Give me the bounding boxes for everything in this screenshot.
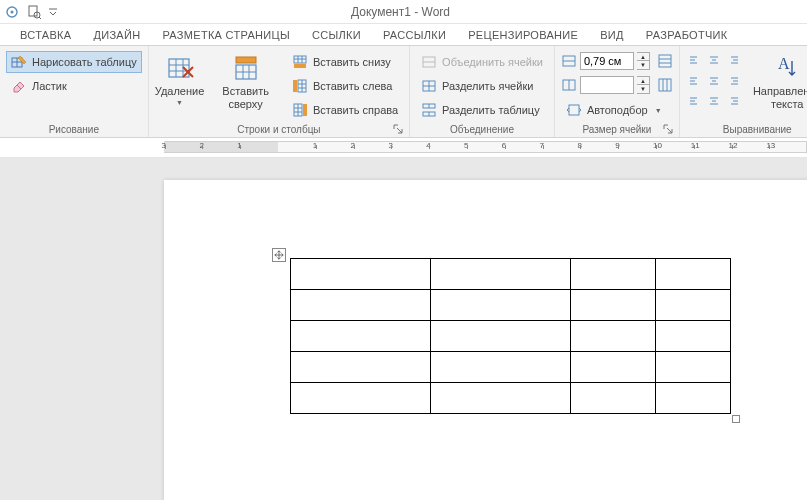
- split-cells-label: Разделить ячейки: [442, 80, 533, 92]
- svg-rect-36: [303, 104, 307, 116]
- table-cell[interactable]: [291, 290, 431, 321]
- table-cell[interactable]: [431, 383, 571, 414]
- dialog-launcher-icon[interactable]: [393, 124, 403, 134]
- table-cell[interactable]: [431, 321, 571, 352]
- svg-rect-26: [294, 64, 306, 68]
- text-direction-label: Направление текста: [753, 85, 807, 110]
- insert-left-label: Вставить слева: [313, 80, 393, 92]
- table-cell[interactable]: [431, 290, 571, 321]
- table-cell[interactable]: [656, 321, 731, 352]
- tab-design[interactable]: ДИЗАЙН: [91, 27, 142, 45]
- insert-right-icon: [292, 102, 308, 118]
- table-cell[interactable]: [431, 352, 571, 383]
- tab-mailings[interactable]: РАССЫЛКИ: [381, 27, 448, 45]
- table-cell[interactable]: [291, 321, 431, 352]
- height-spinner[interactable]: ▲▼: [637, 52, 650, 70]
- group-drawing-label: Рисование: [6, 122, 142, 136]
- tab-insert[interactable]: ВСТАВКА: [18, 27, 73, 45]
- autofit-button[interactable]: Автоподбор ▼: [561, 99, 673, 121]
- table-cell[interactable]: [571, 290, 656, 321]
- document-area: [0, 158, 807, 500]
- document-table[interactable]: [290, 258, 731, 414]
- col-width-input[interactable]: [580, 76, 634, 94]
- table-move-handle[interactable]: [272, 248, 286, 262]
- table-cell[interactable]: [291, 352, 431, 383]
- split-cells-button[interactable]: Разделить ячейки: [416, 75, 548, 97]
- align-bot-left[interactable]: [686, 90, 704, 108]
- align-mid-right[interactable]: [724, 71, 742, 89]
- table-cell[interactable]: [656, 383, 731, 414]
- split-cells-icon: [421, 78, 437, 94]
- group-rows-cols-label: Строки и столбцы: [155, 122, 403, 136]
- tab-references[interactable]: ССЫЛКИ: [310, 27, 363, 45]
- alignment-grid: [686, 52, 742, 108]
- text-direction-button[interactable]: A Направление текста: [746, 49, 807, 114]
- align-top-right[interactable]: [724, 52, 742, 70]
- tab-view[interactable]: ВИД: [598, 27, 626, 45]
- tab-review[interactable]: РЕЦЕНЗИРОВАНИЕ: [466, 27, 580, 45]
- svg-rect-53: [659, 79, 671, 91]
- dropdown-icon: ▼: [655, 107, 662, 114]
- print-preview-icon[interactable]: [26, 4, 42, 20]
- table-cell[interactable]: [571, 352, 656, 383]
- table-cell[interactable]: [571, 383, 656, 414]
- tab-page-layout[interactable]: РАЗМЕТКА СТРАНИЦЫ: [160, 27, 292, 45]
- pencil-table-icon: [11, 54, 27, 70]
- table-cell[interactable]: [571, 321, 656, 352]
- qat-customize-icon[interactable]: [48, 4, 58, 20]
- table-cell[interactable]: [656, 352, 731, 383]
- align-bot-center[interactable]: [705, 90, 723, 108]
- table-cell[interactable]: [656, 259, 731, 290]
- align-mid-center[interactable]: [705, 71, 723, 89]
- svg-rect-2: [29, 6, 37, 16]
- window-title: Документ1 - Word: [58, 5, 743, 19]
- table-cell[interactable]: [291, 259, 431, 290]
- distribute-cols-even-icon[interactable]: [657, 78, 673, 92]
- eraser-button[interactable]: Ластик: [6, 75, 142, 97]
- autofit-icon: [566, 102, 582, 118]
- svg-rect-21: [236, 57, 256, 63]
- insert-right-label: Вставить справа: [313, 104, 398, 116]
- align-bot-right[interactable]: [724, 90, 742, 108]
- dropdown-icon: ▼: [176, 99, 183, 106]
- table-resize-handle[interactable]: [732, 415, 740, 423]
- page[interactable]: [164, 180, 807, 500]
- tab-developer[interactable]: РАЗРАБОТЧИК: [644, 27, 730, 45]
- row-height-input[interactable]: [580, 52, 634, 70]
- split-table-label: Разделить таблицу: [442, 104, 540, 116]
- table-cell[interactable]: [291, 383, 431, 414]
- insert-right-button[interactable]: Вставить справа: [287, 99, 403, 121]
- merge-cells-icon: [421, 54, 437, 70]
- table-cell[interactable]: [431, 259, 571, 290]
- merge-cells-button: Объединить ячейки: [416, 51, 548, 73]
- insert-above-label: Вставить сверху: [215, 85, 276, 110]
- ruler-area: 32112345678910111213: [0, 138, 807, 158]
- eraser-icon: [11, 78, 27, 94]
- distribute-rows-icon[interactable]: [561, 54, 577, 68]
- split-table-button[interactable]: Разделить таблицу: [416, 99, 548, 121]
- svg-line-4: [39, 17, 41, 19]
- touch-mode-icon[interactable]: [4, 4, 20, 20]
- table-cell[interactable]: [656, 290, 731, 321]
- group-cell-size-label: Размер ячейки: [561, 122, 673, 136]
- insert-above-button[interactable]: Вставить сверху: [208, 49, 283, 114]
- delete-label: Удаление: [155, 85, 205, 98]
- split-table-icon: [421, 102, 437, 118]
- width-spinner[interactable]: ▲▼: [637, 76, 650, 94]
- ribbon: Нарисовать таблицу Ластик Рисование Удал…: [0, 46, 807, 138]
- insert-below-button[interactable]: Вставить снизу: [287, 51, 403, 73]
- dialog-launcher-icon[interactable]: [663, 124, 673, 134]
- svg-rect-56: [569, 105, 579, 115]
- table-cell[interactable]: [571, 259, 656, 290]
- align-top-center[interactable]: [705, 52, 723, 70]
- delete-button[interactable]: Удаление ▼: [155, 49, 205, 110]
- insert-left-button[interactable]: Вставить слева: [287, 75, 403, 97]
- distribute-cols-icon[interactable]: [561, 78, 577, 92]
- svg-point-1: [11, 10, 14, 13]
- horizontal-ruler[interactable]: 32112345678910111213: [164, 138, 807, 156]
- align-top-left[interactable]: [686, 52, 704, 70]
- align-mid-left[interactable]: [686, 71, 704, 89]
- draw-table-button[interactable]: Нарисовать таблицу: [6, 51, 142, 73]
- distribute-rows-even-icon[interactable]: [657, 54, 673, 68]
- group-alignment-label: Выравнивание: [686, 122, 807, 136]
